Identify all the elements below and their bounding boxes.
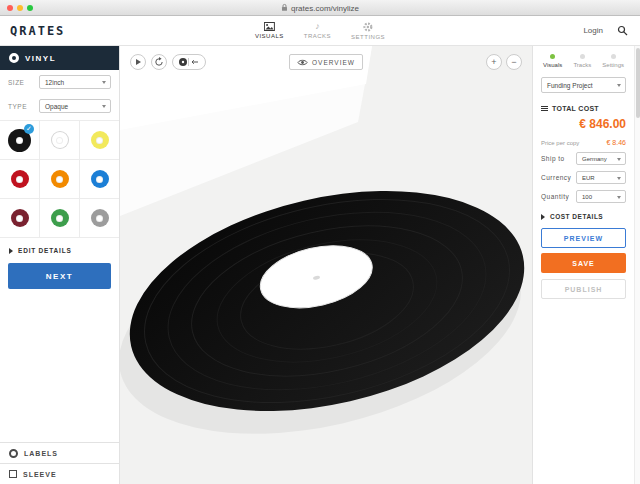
type-label: TYPE: [8, 103, 27, 110]
nav-tracks[interactable]: ♪ TRACKS: [304, 22, 331, 40]
type-select[interactable]: Opaque: [39, 99, 111, 113]
gray-vinyl-icon: [91, 209, 109, 227]
color-swatch-maroon[interactable]: [0, 199, 39, 237]
fullscreen-window-button[interactable]: [27, 5, 33, 11]
edit-details-toggle[interactable]: EDIT DETAILS: [0, 238, 119, 260]
record-icon: [9, 53, 19, 63]
lock-icon: [281, 4, 288, 12]
green-vinyl-icon: [51, 209, 69, 227]
minimize-window-button[interactable]: [17, 5, 23, 11]
flip-side-icon: [178, 57, 200, 67]
login-link[interactable]: Login: [583, 26, 603, 35]
sidebar-spacer: [0, 297, 119, 442]
vinyl-preview-canvas[interactable]: OVERVIEW + −: [120, 46, 532, 484]
type-row: TYPE Opaque: [0, 94, 119, 118]
publish-button[interactable]: PUBLISH: [541, 279, 626, 299]
zoom-controls: + −: [486, 54, 522, 70]
price-per-copy-label: Price per copy: [541, 140, 579, 146]
next-button[interactable]: NEXT: [8, 263, 111, 289]
color-swatch-yellow[interactable]: [80, 121, 119, 159]
search-icon[interactable]: [617, 25, 628, 36]
step-indicator: Visuals Tracks Settings: [541, 54, 626, 68]
currency-row: Currency EUR: [541, 171, 626, 184]
rotate-icon: [154, 57, 164, 67]
vinyl-config-sidebar: VINYL SIZE 12inch TYPE Opaque: [0, 46, 120, 484]
vinyl-section-header[interactable]: VINYL: [0, 46, 119, 70]
rotate-view-button[interactable]: [151, 54, 167, 70]
play-animation-button[interactable]: [130, 54, 146, 70]
size-label: SIZE: [8, 79, 24, 86]
nav-tracks-label: TRACKS: [304, 33, 331, 39]
label-disc-icon: [9, 449, 18, 458]
main-area: VINYL SIZE 12inch TYPE Opaque: [0, 46, 640, 484]
ship-to-select[interactable]: Germany: [576, 152, 626, 165]
step-settings[interactable]: Settings: [602, 54, 624, 68]
main-nav: VISUALS ♪ TRACKS SETTINGS: [255, 22, 385, 40]
labels-section-toggle[interactable]: LABELS: [0, 442, 119, 463]
color-swatch-blue[interactable]: [80, 160, 119, 198]
sleeve-section-title: SLEEVE: [23, 471, 57, 478]
step-tracks[interactable]: Tracks: [573, 54, 591, 68]
step-settings-label: Settings: [602, 62, 624, 68]
ship-to-label: Ship to: [541, 155, 565, 162]
play-icon: [136, 59, 141, 65]
step-visuals-label: Visuals: [543, 62, 562, 68]
quantity-row: Quantity 100: [541, 190, 626, 203]
color-swatch-white[interactable]: [40, 121, 79, 159]
address-bar[interactable]: qrates.com/vinylize: [281, 3, 359, 12]
step-tracks-label: Tracks: [573, 62, 591, 68]
color-swatch-red[interactable]: [0, 160, 39, 198]
size-select[interactable]: 12inch: [39, 75, 111, 89]
cost-details-toggle[interactable]: COST DETAILS: [541, 213, 626, 220]
nav-settings-label: SETTINGS: [351, 34, 385, 40]
cost-panel: Visuals Tracks Settings Funding Project …: [532, 46, 634, 484]
page-scrollbar[interactable]: [634, 46, 640, 484]
gear-icon: [363, 22, 373, 32]
sleeve-section-toggle[interactable]: SLEEVE: [0, 463, 119, 484]
price-per-copy-value: € 8.46: [607, 139, 626, 146]
scrollbar-thumb[interactable]: [636, 48, 640, 118]
total-cost-header: TOTAL COST: [541, 105, 626, 112]
flip-side-control[interactable]: [172, 54, 206, 70]
quantity-label: Quantity: [541, 193, 569, 200]
nav-visuals[interactable]: VISUALS: [255, 22, 284, 40]
blue-vinyl-icon: [91, 170, 109, 188]
qrates-vinylize-page: qrates.com/vinylize QRATES VISUALS ♪ TRA…: [0, 0, 640, 484]
save-button[interactable]: SAVE: [541, 253, 626, 273]
nav-settings[interactable]: SETTINGS: [351, 22, 385, 40]
qrates-logo[interactable]: QRATES: [10, 24, 65, 38]
vinyl-color-grid: [0, 120, 119, 238]
url-text: qrates.com/vinylize: [291, 3, 359, 12]
zoom-in-button[interactable]: +: [486, 54, 502, 70]
red-vinyl-icon: [11, 170, 29, 188]
step-dot-tracks: [580, 54, 585, 59]
triangle-right-icon: [9, 248, 13, 254]
zoom-out-button[interactable]: −: [506, 54, 522, 70]
color-swatch-orange[interactable]: [40, 160, 79, 198]
project-type-select[interactable]: Funding Project: [541, 77, 626, 93]
preview-button[interactable]: PREVIEW: [541, 228, 626, 248]
total-cost-label: TOTAL COST: [552, 105, 599, 112]
sleeve-square-icon: [9, 470, 17, 478]
color-swatch-black[interactable]: [0, 121, 39, 159]
step-dot-settings: [611, 54, 616, 59]
list-icon: [541, 106, 548, 107]
currency-select[interactable]: EUR: [576, 171, 626, 184]
color-swatch-gray[interactable]: [80, 199, 119, 237]
white-vinyl-icon: [51, 131, 69, 149]
orange-vinyl-icon: [51, 170, 69, 188]
quantity-select[interactable]: 100: [576, 190, 626, 203]
close-window-button[interactable]: [7, 5, 13, 11]
nav-visuals-label: VISUALS: [255, 33, 284, 39]
overview-button[interactable]: OVERVIEW: [289, 54, 363, 70]
window-controls: [7, 5, 33, 11]
labels-section-title: LABELS: [24, 450, 58, 457]
eye-icon: [297, 59, 308, 66]
browser-chrome: qrates.com/vinylize: [0, 0, 640, 16]
vinyl-3d-render: [120, 46, 532, 484]
visuals-icon: [264, 22, 275, 31]
color-swatch-green[interactable]: [40, 199, 79, 237]
edit-details-label: EDIT DETAILS: [18, 247, 72, 254]
selected-check-icon: [24, 124, 34, 134]
step-visuals[interactable]: Visuals: [543, 54, 562, 68]
